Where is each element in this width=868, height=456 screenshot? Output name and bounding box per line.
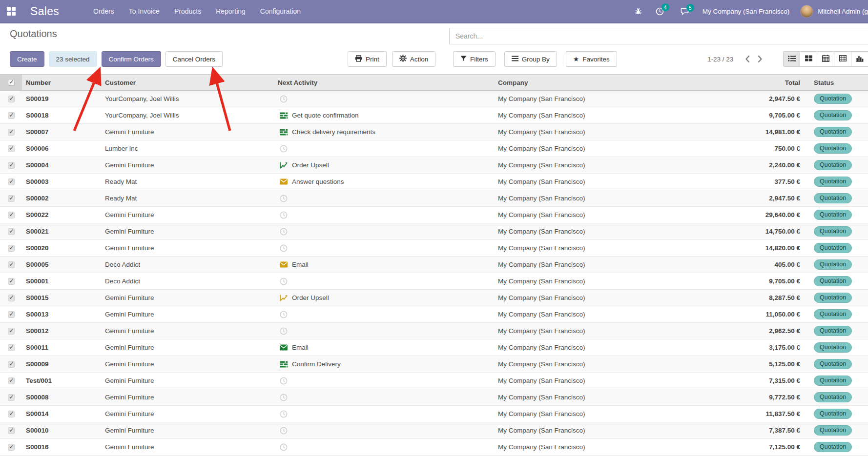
- cell-next-activity[interactable]: [278, 427, 498, 435]
- menu-orders[interactable]: Orders: [93, 7, 114, 15]
- cell-next-activity[interactable]: [278, 244, 498, 252]
- table-row[interactable]: S00020 Gemini Furniture My Company (San …: [0, 240, 868, 257]
- action-button[interactable]: Action: [392, 51, 436, 67]
- col-company[interactable]: Company: [498, 79, 703, 86]
- select-all-checkbox[interactable]: [0, 75, 22, 90]
- table-row[interactable]: S00011 Gemini Furniture Email My Company…: [0, 339, 868, 356]
- row-checkbox[interactable]: [0, 377, 22, 384]
- table-row[interactable]: S00001 Deco Addict My Company (San Franc…: [0, 273, 868, 290]
- row-checkbox[interactable]: [0, 361, 22, 368]
- view-kanban-button[interactable]: [800, 51, 817, 67]
- table-row[interactable]: S00005 Deco Addict Email My Company (San…: [0, 257, 868, 273]
- menu-to-invoice[interactable]: To Invoice: [129, 7, 160, 15]
- view-pivot-button[interactable]: [834, 51, 851, 67]
- row-checkbox[interactable]: [0, 411, 22, 417]
- row-checkbox[interactable]: [0, 178, 22, 185]
- col-status[interactable]: Status: [803, 79, 868, 86]
- search-input[interactable]: [449, 28, 868, 44]
- col-total[interactable]: Total: [703, 79, 803, 86]
- cell-next-activity[interactable]: [278, 95, 498, 103]
- table-row[interactable]: S00021 Gemini Furniture My Company (San …: [0, 223, 868, 240]
- pager-previous-button[interactable]: [741, 51, 754, 67]
- row-checkbox[interactable]: [0, 261, 22, 268]
- menu-configuration[interactable]: Configuration: [260, 7, 301, 15]
- table-row[interactable]: S00006 Lumber Inc My Company (San Franci…: [0, 140, 868, 157]
- debug-bug-icon[interactable]: [635, 8, 642, 15]
- table-row[interactable]: S00016 Gemini Furniture My Company (San …: [0, 439, 868, 456]
- pager-next-button[interactable]: [754, 51, 766, 67]
- table-row[interactable]: S00022 Gemini Furniture My Company (San …: [0, 207, 868, 223]
- table-row[interactable]: S00007 Gemini Furniture Check delivery r…: [0, 124, 868, 140]
- cell-next-activity[interactable]: [278, 228, 498, 236]
- user-avatar[interactable]: [800, 5, 813, 18]
- table-row[interactable]: S00008 Gemini Furniture My Company (San …: [0, 389, 868, 406]
- selected-count-button[interactable]: 23 selected: [49, 51, 97, 67]
- apps-menu-icon[interactable]: [7, 7, 16, 16]
- row-checkbox[interactable]: [0, 295, 22, 301]
- view-list-button[interactable]: [783, 51, 800, 67]
- row-checkbox[interactable]: [0, 228, 22, 235]
- row-checkbox[interactable]: [0, 311, 22, 318]
- table-row[interactable]: S00009 Gemini Furniture Confirm Delivery…: [0, 356, 868, 373]
- row-checkbox[interactable]: [0, 328, 22, 335]
- row-checkbox[interactable]: [0, 212, 22, 218]
- cell-next-activity[interactable]: Email: [278, 261, 498, 268]
- view-graph-button[interactable]: [851, 51, 868, 67]
- cell-next-activity[interactable]: Order Upsell: [278, 161, 498, 169]
- row-checkbox[interactable]: [0, 344, 22, 351]
- cell-next-activity[interactable]: [278, 327, 498, 335]
- cell-next-activity[interactable]: Email: [278, 344, 498, 351]
- view-calendar-button[interactable]: [817, 51, 834, 67]
- row-checkbox[interactable]: [0, 195, 22, 202]
- table-row[interactable]: S00003 Ready Mat Answer questions My Com…: [0, 174, 868, 190]
- cell-next-activity[interactable]: Check delivery requirements: [278, 128, 498, 136]
- col-customer[interactable]: Customer: [105, 79, 278, 86]
- cell-next-activity[interactable]: [278, 443, 498, 451]
- cell-next-activity[interactable]: [278, 377, 498, 385]
- create-button[interactable]: Create: [10, 51, 44, 67]
- cell-next-activity[interactable]: Order Upsell: [278, 294, 498, 301]
- cell-next-activity[interactable]: [278, 311, 498, 318]
- messages-chat-icon[interactable]: 5: [681, 8, 689, 15]
- cell-next-activity[interactable]: [278, 211, 498, 219]
- cell-next-activity[interactable]: [278, 278, 498, 285]
- row-checkbox[interactable]: [0, 129, 22, 136]
- cell-next-activity[interactable]: Answer questions: [278, 178, 498, 185]
- row-checkbox[interactable]: [0, 162, 22, 169]
- activities-clock-icon[interactable]: 4: [656, 7, 664, 16]
- col-next-activity[interactable]: Next Activity: [278, 79, 498, 86]
- group-by-button[interactable]: Group By: [504, 51, 557, 67]
- cell-next-activity[interactable]: [278, 195, 498, 202]
- table-row[interactable]: S00002 Ready Mat My Company (San Francis…: [0, 190, 868, 207]
- menu-products[interactable]: Products: [174, 7, 201, 15]
- cancel-orders-button[interactable]: Cancel Orders: [165, 51, 223, 67]
- print-button[interactable]: Print: [348, 51, 387, 67]
- cell-next-activity[interactable]: [278, 394, 498, 401]
- row-checkbox[interactable]: [0, 245, 22, 252]
- table-row[interactable]: S00013 Gemini Furniture My Company (San …: [0, 306, 868, 323]
- table-row[interactable]: S00019 YourCompany, Joel Willis My Compa…: [0, 91, 868, 107]
- filters-button[interactable]: Filters: [453, 51, 496, 67]
- table-row[interactable]: S00010 Gemini Furniture My Company (San …: [0, 422, 868, 439]
- cell-next-activity[interactable]: [278, 410, 498, 418]
- row-checkbox[interactable]: [0, 444, 22, 451]
- confirm-orders-button[interactable]: Confirm Orders: [102, 51, 161, 67]
- table-row[interactable]: S00018 YourCompany, Joel Willis Get quot…: [0, 107, 868, 124]
- col-number[interactable]: Number: [22, 79, 105, 86]
- company-switcher[interactable]: My Company (San Francisco): [703, 8, 790, 15]
- cell-next-activity[interactable]: [278, 145, 498, 153]
- row-checkbox[interactable]: [0, 394, 22, 401]
- table-row[interactable]: Test/001 Gemini Furniture My Company (Sa…: [0, 373, 868, 389]
- row-checkbox[interactable]: [0, 427, 22, 434]
- table-row[interactable]: S00014 Gemini Furniture My Company (San …: [0, 406, 868, 422]
- row-checkbox[interactable]: [0, 96, 22, 102]
- app-title[interactable]: Sales: [30, 5, 59, 18]
- table-row[interactable]: S00012 Gemini Furniture My Company (San …: [0, 323, 868, 339]
- user-menu[interactable]: Mitchell Admin (g: [818, 8, 868, 15]
- row-checkbox[interactable]: [0, 112, 22, 119]
- row-checkbox[interactable]: [0, 145, 22, 152]
- cell-next-activity[interactable]: Get quote confirmation: [278, 112, 498, 119]
- table-row[interactable]: S00004 Gemini Furniture Order Upsell My …: [0, 157, 868, 174]
- cell-next-activity[interactable]: Confirm Delivery: [278, 360, 498, 368]
- table-row[interactable]: S00015 Gemini Furniture Order Upsell My …: [0, 290, 868, 306]
